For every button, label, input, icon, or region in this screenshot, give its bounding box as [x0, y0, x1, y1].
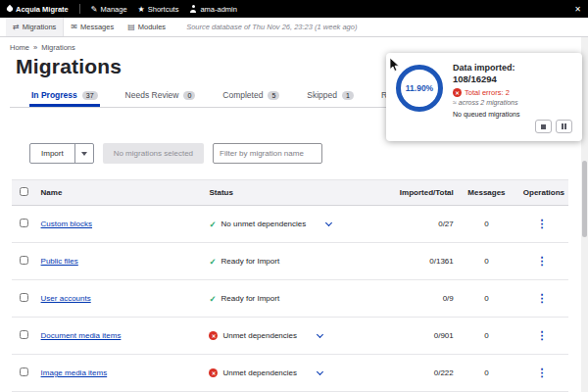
breadcrumb: Home » Migrations [10, 43, 578, 52]
row-status-text: Ready for Import [221, 294, 280, 303]
migrations-table-body: Custom blocks No unmet dependencies 0/27… [12, 206, 568, 392]
tab-count-badge: 0 [183, 91, 195, 100]
row-messages-count: 0 [458, 280, 515, 318]
row-name-link[interactable]: Document media items [41, 331, 122, 340]
admin-toolbar: Acquia Migrate ✎ Manage ★ Shortcuts ama-… [0, 0, 588, 18]
row-checkbox[interactable] [20, 219, 28, 227]
select-all-checkbox[interactable] [20, 187, 28, 196]
header-operations: Operations [515, 180, 568, 206]
tab-needs-review[interactable]: Needs Review 0 [123, 82, 198, 107]
row-checkbox[interactable] [20, 256, 28, 265]
stop-button[interactable] [535, 120, 552, 133]
row-name-link[interactable]: User accounts [41, 294, 91, 303]
kebab-icon: ⋮ [537, 218, 548, 229]
operations-menu-button[interactable]: ⋮ [537, 293, 548, 304]
check-icon [209, 220, 216, 229]
toolbar-item-migrations[interactable]: ⇄ Migrations [6, 18, 64, 36]
row-status: Unmet dependencies [209, 331, 367, 340]
total-errors-line: Total errors: 2 [453, 88, 572, 97]
user-menu[interactable]: ama-admin [189, 5, 237, 14]
manage-menu[interactable]: ✎ Manage [91, 5, 127, 14]
operations-menu-button[interactable]: ⋮ [537, 368, 548, 378]
tab-completed[interactable]: Completed 5 [220, 82, 281, 107]
row-status: No unmet dependencies [209, 220, 367, 229]
row-messages-count: 0 [458, 318, 515, 355]
source-database-note: Source database of Thu Nov 26, 23:23 (1 … [186, 23, 357, 31]
across-migrations-note: ≈ across 2 migrations [453, 99, 572, 106]
row-checkbox[interactable] [20, 368, 28, 376]
actions-row: Import No migrations selected [29, 143, 578, 164]
acquia-migrate-app: Acquia Migrate ✎ Manage ★ Shortcuts ama-… [0, 0, 588, 392]
data-imported-value: 108/16294 [453, 74, 572, 84]
breadcrumb-home-link[interactable]: Home [10, 43, 29, 52]
row-messages-count: 0 [458, 206, 515, 243]
breadcrumb-current: Migrations [41, 43, 75, 52]
import-button[interactable]: Import [30, 144, 74, 163]
import-summary-card: 11.90% Data imported: 108/16294 Total er… [386, 53, 582, 141]
modules-icon: ▤ [127, 23, 135, 31]
chevron-down-icon [81, 152, 87, 156]
tab-in-progress[interactable]: In Progress 37 [29, 82, 100, 107]
tab-count-badge: 37 [82, 91, 98, 100]
error-icon [209, 368, 218, 377]
kebab-icon: ⋮ [537, 367, 548, 378]
row-name-link[interactable]: Public files [41, 257, 78, 266]
row-status: Ready for Import [209, 257, 367, 267]
check-icon [209, 294, 216, 304]
error-icon [209, 331, 218, 340]
toolbar-modules-label: Modules [138, 23, 166, 31]
row-name-link[interactable]: Custom blocks [41, 220, 92, 228]
row-imported-total: 0/901 [370, 318, 458, 355]
expand-chevron-icon[interactable] [317, 330, 323, 337]
header-name: Name [37, 180, 206, 206]
table-row: Document media items Unmet dependencies … [12, 318, 568, 355]
breadcrumb-separator: » [33, 43, 37, 52]
toolbar-item-modules[interactable]: ▤ Modules [121, 18, 172, 36]
check-icon [209, 257, 216, 267]
operations-menu-button[interactable]: ⋮ [537, 219, 548, 229]
envelope-icon: ✉ [71, 23, 77, 31]
import-split-button[interactable]: Import [29, 143, 94, 164]
expand-chevron-icon[interactable] [317, 368, 323, 374]
operations-menu-button[interactable]: ⋮ [537, 330, 548, 341]
expand-chevron-icon[interactable] [325, 219, 332, 225]
close-icon[interactable]: ✕ [574, 5, 581, 14]
tab-skipped[interactable]: Skipped 1 [305, 82, 356, 107]
migrations-icon: ⇄ [13, 23, 20, 31]
user-icon [189, 5, 197, 13]
row-status: Unmet dependencies [209, 368, 367, 377]
table-header-row: Name Status Imported/Total Messages Oper… [12, 180, 568, 206]
pause-icon [562, 123, 566, 129]
row-messages-count: 0 [458, 355, 515, 392]
header-imported-total: Imported/Total [370, 180, 458, 206]
header-status: Status [205, 180, 370, 206]
scrollbar-thumb[interactable] [582, 161, 587, 237]
migrations-table: Name Status Imported/Total Messages Oper… [12, 179, 568, 392]
tab-count-badge: 1 [342, 91, 354, 100]
row-checkbox[interactable] [20, 293, 28, 302]
operations-menu-button[interactable]: ⋮ [537, 256, 548, 267]
row-imported-total: 0/9 [370, 280, 458, 318]
star-icon: ★ [138, 5, 145, 14]
brand-menu[interactable]: Acquia Migrate [7, 5, 69, 14]
filter-input[interactable] [213, 143, 322, 164]
progress-ring: 11.90% [396, 65, 443, 112]
error-icon [453, 88, 462, 97]
vertical-scrollbar[interactable] [581, 37, 588, 392]
toolbar-item-messages[interactable]: ✉ Messages [64, 18, 121, 36]
tab-label: Needs Review [125, 90, 179, 100]
header-messages: Messages [458, 180, 515, 206]
row-name-link[interactable]: Image media items [41, 368, 108, 377]
shortcuts-menu[interactable]: ★ Shortcuts [138, 5, 179, 14]
row-status-text: No unmet dependencies [221, 220, 307, 228]
selection-status-button: No migrations selected [103, 143, 204, 164]
row-checkbox[interactable] [20, 330, 28, 339]
pause-button[interactable] [556, 120, 572, 133]
import-dropdown-toggle[interactable] [74, 144, 93, 163]
user-label: ama-admin [200, 5, 237, 14]
row-status: Ready for Import [209, 294, 367, 304]
toolbar-messages-label: Messages [80, 23, 114, 31]
tab-label: In Progress [31, 90, 77, 100]
table-row: User accounts Ready for Import 0/9 0 ⋮ [12, 280, 568, 318]
brand-label: Acquia Migrate [16, 5, 69, 14]
